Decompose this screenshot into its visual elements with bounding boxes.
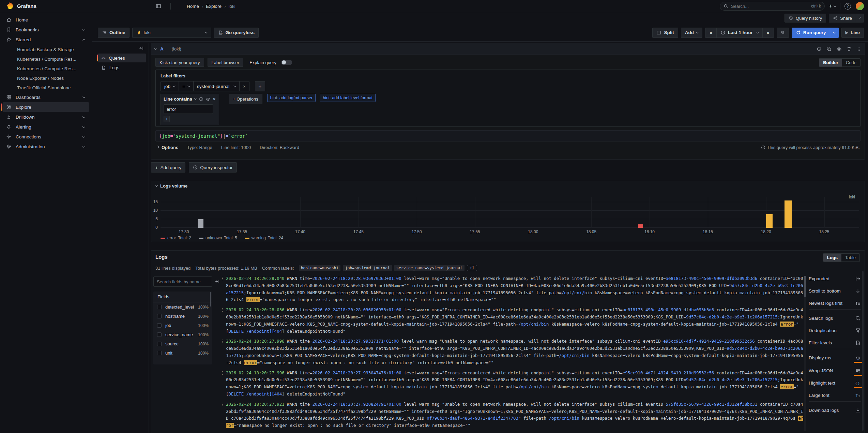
- logs-option-wrap-json[interactable]: Wrap JSON+: [809, 368, 861, 374]
- query-hint[interactable]: hint: add label level format: [320, 94, 376, 102]
- logs-volume-chart[interactable]: 05101517:3017:3517:4017:4517:5017:5518:0…: [161, 197, 859, 228]
- field-checkbox[interactable]: [157, 305, 162, 309]
- log-row-menu-icon[interactable]: ⋮: [220, 275, 226, 303]
- dock-menu-icon[interactable]: [155, 3, 162, 9]
- view-table[interactable]: Table: [841, 254, 859, 262]
- breadcrumb-item-loki[interactable]: loki: [228, 4, 235, 9]
- query-history-button[interactable]: Query history: [785, 14, 826, 23]
- logs-option-search-logs[interactable]: Search logs: [809, 315, 861, 321]
- sidebar-item-alerting[interactable]: Alerting: [3, 122, 89, 132]
- query-history-icon[interactable]: [817, 46, 822, 51]
- field-row-source[interactable]: source100%: [153, 339, 212, 348]
- add-label-filter-button[interactable]: +: [255, 81, 265, 91]
- logs-volume-title[interactable]: Logs volume: [155, 183, 187, 189]
- explore-tab-queries[interactable]: <>Queries: [98, 54, 146, 62]
- log-row[interactable]: ⋮2026-02-24 18:20:27.996 WARN time=2026-…: [220, 370, 804, 398]
- run-query-dropdown[interactable]: [830, 28, 839, 38]
- explore-tab-logs[interactable]: LOGLogs: [98, 63, 146, 72]
- collapse-sidebar-icon[interactable]: [96, 44, 149, 54]
- add-menu-button[interactable]: +: [829, 3, 836, 10]
- field-checkbox[interactable]: [157, 332, 162, 337]
- mode-builder[interactable]: Builder: [819, 59, 842, 66]
- query-row-header[interactable]: A (loki): [151, 43, 865, 55]
- field-checkbox[interactable]: [157, 314, 162, 318]
- sidebar-item-home[interactable]: Home: [3, 15, 89, 25]
- filter-op-select[interactable]: =: [179, 81, 194, 91]
- sidebar-item-administration[interactable]: Administration: [3, 142, 89, 151]
- duplicate-query-icon[interactable]: [826, 46, 832, 51]
- volume-bar-warning[interactable]: [785, 200, 792, 228]
- share-button[interactable]: Share: [829, 14, 856, 23]
- go-queryless-button[interactable]: LOG Go queryless: [214, 28, 259, 38]
- outline-button[interactable]: Outline: [98, 28, 130, 38]
- avatar[interactable]: [856, 2, 864, 10]
- collapse-query-icon[interactable]: [154, 47, 157, 50]
- remove-operation-icon[interactable]: ×: [213, 96, 216, 102]
- add-dropdown-button[interactable]: Add: [681, 28, 702, 38]
- log-row-menu-icon[interactable]: ⋮: [220, 432, 226, 433]
- disable-query-icon[interactable]: [836, 46, 842, 52]
- log-row[interactable]: ⋮2026-02-24 18:20:28.036 WARN time=2026-…: [220, 307, 804, 335]
- sidebar-item-connections[interactable]: Connections: [3, 132, 89, 141]
- legend-item-unknown[interactable]: unknownTotal: 5: [199, 236, 237, 240]
- filter-value-select[interactable]: systemd-journal: [193, 81, 240, 91]
- datasource-picker[interactable]: loki: [132, 28, 211, 38]
- log-row-menu-icon[interactable]: ⋮: [220, 401, 226, 429]
- collapse-fields-icon[interactable]: [215, 279, 220, 284]
- fields-search-input[interactable]: Search fields by name: [153, 277, 212, 287]
- search-input[interactable]: Search... ctrl+k: [720, 2, 825, 11]
- field-row-hostname[interactable]: hostname100%: [153, 312, 212, 321]
- share-dropdown-button[interactable]: [856, 14, 864, 23]
- logs-option-newest-logs-first[interactable]: Newest logs first: [809, 300, 861, 306]
- fields-scrollbar[interactable]: [210, 292, 211, 307]
- logs-option-download-logs[interactable]: Download logs: [809, 407, 861, 413]
- add-query-button[interactable]: +Add query: [151, 162, 185, 173]
- sidebar-item-bookmarks[interactable]: Bookmarks: [3, 25, 89, 34]
- sidebar-item-dashboards[interactable]: Dashboards: [3, 92, 89, 102]
- query-inspector-button[interactable]: Query inspector: [189, 162, 237, 173]
- view-logs[interactable]: Logs: [823, 254, 841, 262]
- run-query-button[interactable]: Run query: [792, 28, 830, 38]
- remove-filter-button[interactable]: ×: [239, 81, 249, 91]
- log-row-menu-icon[interactable]: ⋮: [220, 370, 226, 398]
- log-row[interactable]: ⋮2026-02-24 18:20:27.921 WARN time=2026-…: [220, 401, 804, 429]
- legend-item-error[interactable]: errorTotal: 2: [161, 236, 191, 240]
- log-row[interactable]: ⋮2026-02-24 18:20:27.996 WARN time=2026-…: [220, 338, 804, 366]
- sidebar-item-starred[interactable]: Starred: [3, 35, 89, 44]
- field-row-job[interactable]: job100%: [153, 321, 212, 330]
- field-checkbox[interactable]: [157, 351, 162, 355]
- field-checkbox[interactable]: [157, 342, 162, 346]
- logs-option-scroll-to-bottom[interactable]: Scroll to bottom: [809, 288, 861, 294]
- operation-select-chevron[interactable]: [194, 97, 197, 100]
- sidebar-subitem[interactable]: Traefik Official Standalone ...: [0, 83, 92, 92]
- drag-handle-icon[interactable]: [856, 47, 861, 51]
- logs-option-highlight-text[interactable]: Highlight text{ }: [809, 380, 861, 386]
- sidebar-subitem[interactable]: Node Exporter / Nodes: [0, 73, 92, 83]
- live-button[interactable]: ▶ Live: [841, 28, 864, 38]
- sidebar-item-drilldown[interactable]: Drilldown: [3, 112, 89, 122]
- volume-bar-unknown[interactable]: [198, 219, 203, 228]
- logs-scrollbar[interactable]: [804, 276, 806, 431]
- options-expander[interactable]: Options: [157, 145, 178, 150]
- log-row-menu-icon[interactable]: ⋮: [220, 338, 226, 366]
- log-row-menu-icon[interactable]: ⋮: [220, 307, 226, 335]
- field-row-unit[interactable]: unit100%: [153, 348, 212, 358]
- breadcrumb-item-home[interactable]: Home: [187, 4, 199, 9]
- log-row[interactable]: ⋮2026-02-24 18:20:28.040 WARN time=2026-…: [220, 275, 804, 303]
- time-shift-forward-button[interactable]: »: [762, 28, 774, 38]
- operations-button[interactable]: + Operations: [229, 94, 262, 104]
- kick-start-button[interactable]: Kick start your query: [155, 58, 204, 67]
- zoom-out-button[interactable]: [777, 28, 789, 38]
- time-range-picker[interactable]: Last 1 hour: [716, 28, 763, 38]
- logs-option-deduplication[interactable]: Deduplication: [809, 328, 861, 333]
- sidebar-subitem[interactable]: Kubernetes / Compute Res...: [0, 54, 92, 64]
- info-icon[interactable]: [199, 97, 203, 101]
- legend-item-warning[interactable]: warningTotal: 24: [245, 236, 283, 240]
- breadcrumb-item-explore[interactable]: Explore: [206, 4, 222, 9]
- logs-option-expanded[interactable]: Expanded: [809, 276, 861, 282]
- log-row[interactable]: ⋮2026-02-24 18:20:27.920 WARN time=2026-…: [220, 432, 804, 433]
- delete-query-icon[interactable]: [847, 46, 852, 51]
- explain-query-toggle[interactable]: [281, 60, 292, 65]
- help-icon[interactable]: ?: [844, 3, 851, 10]
- logs-option-display-ms[interactable]: Display msms: [809, 355, 861, 361]
